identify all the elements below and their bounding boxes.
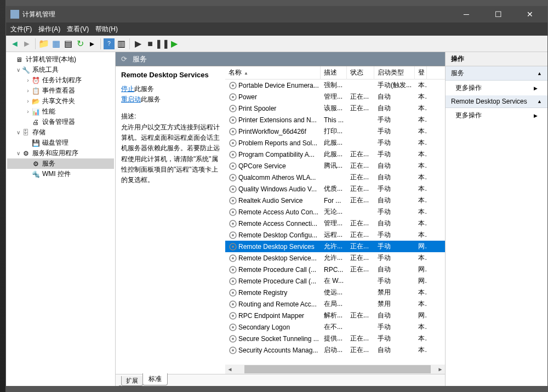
restart-service-link[interactable]: 重启动 <box>121 95 141 103</box>
tree-event-viewer[interactable]: ›📋事件查看器 <box>7 86 114 96</box>
scroll-thumb[interactable] <box>244 365 431 373</box>
tree-wmi[interactable]: 🔩WMI 控件 <box>7 169 114 179</box>
menu-file[interactable]: 文件(F) <box>10 25 32 34</box>
restart-button[interactable]: ▶ <box>169 38 180 49</box>
properties-button[interactable]: ▤ <box>62 38 73 49</box>
svg-point-23 <box>232 211 234 213</box>
scroll-right-arrow[interactable]: ► <box>436 365 445 374</box>
service-row[interactable]: RPC Endpoint Mapper解析...正在...自动网 <box>225 310 445 321</box>
close-button[interactable]: ✕ <box>519 6 541 22</box>
service-row[interactable]: Realtek Audio ServiceFor ...正在...自动本 <box>225 195 445 206</box>
menu-help[interactable]: 帮助(H) <box>95 25 118 34</box>
refresh-button[interactable]: ↻ <box>75 38 85 49</box>
actions-section-services[interactable]: 服务▲ <box>446 66 547 81</box>
service-row[interactable]: Remote Desktop Services允许...正在...手动网 <box>225 241 445 252</box>
app-icon <box>10 10 19 19</box>
service-row[interactable]: Qualcomm Atheros WLA...正在...自动本 <box>225 172 445 183</box>
computer-management-window: 计算机管理 ─ ☐ ✕ 文件(F) 操作(A) 查看(V) 帮助(H) ◄ ► … <box>5 5 548 387</box>
col-name[interactable]: 名称▲ <box>225 66 321 79</box>
actions-more-2[interactable]: 更多操作▶ <box>446 108 547 123</box>
menubar: 文件(F) 操作(A) 查看(V) 帮助(H) <box>6 22 547 36</box>
service-row[interactable]: Remote Access Auto Con...无论...手动本 <box>225 206 445 218</box>
panel-button[interactable]: ▥ <box>116 38 127 49</box>
back-button[interactable]: ◄ <box>9 38 20 49</box>
tree-services[interactable]: ⚙服务 <box>7 158 114 169</box>
minimize-button[interactable]: ─ <box>455 6 477 22</box>
service-row[interactable]: Remote Access Connecti...管理...正在...自动本 <box>225 218 445 229</box>
services-list-pane: 名称▲ 描述 状态 启动类型 登 Portable Device Enumera… <box>225 66 445 374</box>
list-header: 名称▲ 描述 状态 启动类型 登 <box>225 66 445 79</box>
tree-storage[interactable]: ∨🗄存储 <box>7 127 114 138</box>
svg-point-9 <box>232 130 234 133</box>
svg-point-3 <box>232 96 234 98</box>
tree-performance[interactable]: ›📊性能 <box>7 106 114 117</box>
svg-point-31 <box>232 257 234 259</box>
collapse-icon: ▲ <box>537 71 542 76</box>
service-row[interactable]: Program Compatibility A...此服...正在...手动本 <box>225 149 445 160</box>
titlebar[interactable]: 计算机管理 ─ ☐ ✕ <box>6 6 547 22</box>
tab-extended[interactable]: 扩展 <box>121 376 143 386</box>
service-row[interactable]: Quality Windows Audio V...优质...正在...手动本 <box>225 183 445 195</box>
service-row[interactable]: Secure Socket Tunneling ...提供...正在...手动本 <box>225 333 445 344</box>
horizontal-scrollbar[interactable]: ◄ ► <box>225 365 445 374</box>
content-area: 🖥计算机管理(本地) ∨🔧系统工具 ›⏰任务计划程序 ›📋事件查看器 ›📂共享文… <box>6 52 547 386</box>
actions-panel: 操作 服务▲ 更多操作▶ Remote Desktop Services▲ 更多… <box>446 52 547 386</box>
refresh-icon[interactable]: ⟳ <box>121 55 127 63</box>
tree-services-apps[interactable]: ∨⚙服务和应用程序 <box>7 148 114 158</box>
tree-panel[interactable]: 🖥计算机管理(本地) ∨🔧系统工具 ›⏰任务计划程序 ›📋事件查看器 ›📂共享文… <box>6 52 116 386</box>
tree-system-tools[interactable]: ∨🔧系统工具 <box>7 65 114 75</box>
export-button[interactable]: ▸ <box>87 38 98 49</box>
service-row[interactable]: Portable Device Enumera...强制...手动(触发...本 <box>225 79 445 91</box>
play-button[interactable]: ▶ <box>133 38 144 49</box>
service-row[interactable]: QPCore Service腾讯...正在...自动本 <box>225 160 445 172</box>
service-description: 允许用户以交互方式连接到远程计算机。远程桌面和远程桌面会话主机服务器依赖此服务。… <box>121 122 220 185</box>
service-row[interactable]: Remote Procedure Call (...在 W...手动网 <box>225 275 445 287</box>
col-logon[interactable]: 登 <box>415 66 427 79</box>
stop-button[interactable]: ■ <box>145 38 156 49</box>
service-row[interactable]: Problem Reports and Sol...此服...手动本 <box>225 137 445 149</box>
col-startup[interactable]: 启动类型 <box>374 66 415 79</box>
service-row[interactable]: Secondary Logon在不...手动本 <box>225 321 445 333</box>
service-row[interactable]: Remote Registry使远...禁用本 <box>225 287 445 298</box>
tree-device-manager[interactable]: 🖨设备管理器 <box>7 117 114 127</box>
toolbar: ◄ ► 📁 ▦ ▤ ↻ ▸ ? ▥ ▶ ■ ❚❚ ▶ <box>6 36 547 52</box>
svg-point-25 <box>232 223 234 225</box>
tree-task-scheduler[interactable]: ›⏰任务计划程序 <box>7 75 114 86</box>
tab-standard[interactable]: 标准 <box>142 373 168 385</box>
maximize-button[interactable]: ☐ <box>487 6 509 22</box>
actions-more-1[interactable]: 更多操作▶ <box>446 81 547 95</box>
service-row[interactable]: Power管理...正在...自动本 <box>225 91 445 103</box>
svg-point-17 <box>232 177 234 179</box>
up-button[interactable]: 📁 <box>38 38 49 49</box>
forward-button[interactable]: ► <box>21 38 32 49</box>
tree-disk-management[interactable]: 💾磁盘管理 <box>7 138 114 148</box>
service-row[interactable]: Remote Procedure Call (...RPC...正在...自动网 <box>225 264 445 275</box>
service-row[interactable]: PrintWorkflow_66d426f打印...手动本 <box>225 126 445 137</box>
svg-point-37 <box>232 292 234 294</box>
help-button[interactable]: ? <box>104 38 115 49</box>
show-hide-button[interactable]: ▦ <box>50 38 61 49</box>
actions-header: 操作 <box>446 52 547 66</box>
service-row[interactable]: Security Accounts Manag...启动...正在...自动本 <box>225 344 445 356</box>
service-row[interactable]: Routing and Remote Acc...在局...禁用本 <box>225 298 445 310</box>
svg-point-45 <box>232 338 234 340</box>
svg-point-21 <box>232 200 234 202</box>
svg-point-5 <box>232 107 234 110</box>
service-row[interactable]: Printer Extensions and N...This ...手动本 <box>225 114 445 126</box>
svg-point-35 <box>232 280 234 282</box>
service-row[interactable]: Remote Desktop Service...允许...正在...手动本 <box>225 252 445 264</box>
menu-action[interactable]: 操作(A) <box>38 25 60 34</box>
pause-button[interactable]: ❚❚ <box>157 38 168 49</box>
col-status[interactable]: 状态 <box>347 66 374 79</box>
detail-pane: Remote Desktop Services 停止此服务 重启动此服务 描述:… <box>116 66 225 374</box>
scroll-left-arrow[interactable]: ◄ <box>225 365 235 374</box>
menu-view[interactable]: 查看(V) <box>67 25 89 34</box>
stop-service-link[interactable]: 停止 <box>121 85 134 93</box>
col-desc[interactable]: 描述 <box>321 66 347 79</box>
tree-shared-folders[interactable]: ›📂共享文件夹 <box>7 96 114 106</box>
service-row[interactable]: Print Spooler该服...正在...自动本 <box>225 103 445 114</box>
tree-root[interactable]: 🖥计算机管理(本地) <box>7 54 114 65</box>
service-row[interactable]: Remote Desktop Configu...远程...正在...手动本 <box>225 229 445 241</box>
actions-section-selected[interactable]: Remote Desktop Services▲ <box>446 95 547 108</box>
services-list[interactable]: Portable Device Enumera...强制...手动(触发...本… <box>225 79 445 365</box>
